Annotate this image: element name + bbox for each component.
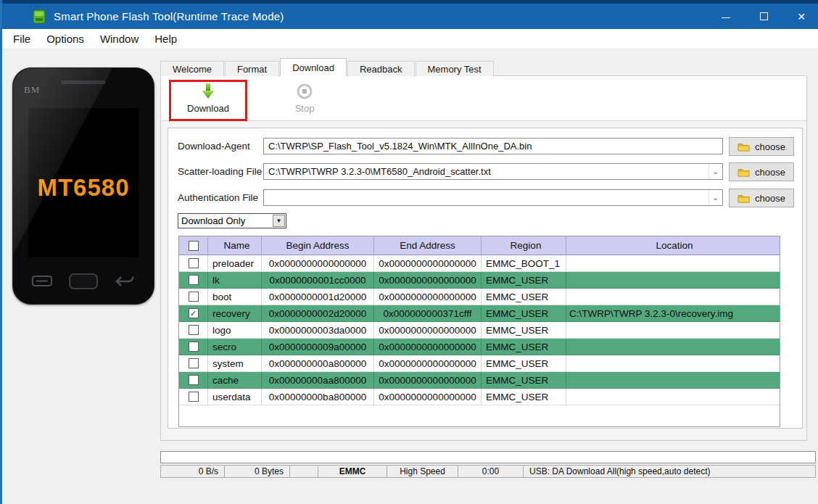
cell-end-address: 0x0000000000000000 xyxy=(374,289,482,305)
stop-button[interactable]: Stop xyxy=(268,82,341,114)
tab-memory-test[interactable]: Memory Test xyxy=(416,61,494,76)
row-checkbox[interactable] xyxy=(189,258,199,268)
menu-icon xyxy=(32,276,52,287)
dropdown-arrow-icon[interactable]: ▼ xyxy=(273,215,285,227)
partition-table-body: preloader0x00000000000000000x00000000000… xyxy=(179,255,780,405)
menu-item-help[interactable]: Help xyxy=(146,29,185,49)
cell-name: userdata xyxy=(208,389,262,405)
status-usb-speed: High Speed xyxy=(387,466,458,477)
download-agent-label: Download-Agent xyxy=(178,141,250,152)
cell-location: C:\TWRP\TWRP 3.2.3-0\recovery.img xyxy=(566,305,780,322)
cell-checkbox xyxy=(179,372,208,389)
chevron-down-icon[interactable]: ⌄ xyxy=(708,165,722,178)
row-checkbox[interactable]: ✓ xyxy=(189,308,199,318)
table-row-boot[interactable]: boot0x0000000001d200000x0000000000000000… xyxy=(179,289,780,305)
status-bar: 0 B/s 0 Bytes EMMC High Speed 0:00 USB: … xyxy=(160,465,816,478)
tab-welcome[interactable]: Welcome xyxy=(160,61,224,76)
table-row-cache[interactable]: cache0x00000000aa8000000x000000000000000… xyxy=(179,372,780,389)
download-mode-value: Download Only xyxy=(178,215,273,226)
row-checkbox[interactable] xyxy=(189,392,199,402)
select-all-checkbox[interactable] xyxy=(189,241,199,251)
column-header-location: Location xyxy=(566,236,780,255)
scatter-file-combobox[interactable]: ⌄ xyxy=(263,163,723,180)
status-empty xyxy=(290,466,318,477)
download-agent-input[interactable] xyxy=(263,138,723,154)
folder-icon xyxy=(738,194,750,203)
choose-download-agent-button[interactable]: choose xyxy=(729,137,794,156)
cell-name: cache xyxy=(208,372,262,389)
choose-button-label: choose xyxy=(755,167,785,178)
table-row-lk[interactable]: lk0x0000000001cc00000x0000000000000000EM… xyxy=(179,272,780,289)
cell-location xyxy=(566,272,780,289)
close-button[interactable]: ✕ xyxy=(782,4,818,29)
column-header-begin-address: Begin Address xyxy=(262,236,374,255)
cell-location xyxy=(566,322,780,339)
cell-checkbox xyxy=(179,255,208,272)
download-button[interactable]: Download xyxy=(172,82,244,114)
tab-download[interactable]: Download xyxy=(280,58,347,76)
row-checkbox[interactable] xyxy=(189,275,199,285)
scatter-file-input[interactable] xyxy=(263,163,723,180)
cell-region: EMMC_USER xyxy=(482,372,566,389)
tab-readback[interactable]: Readback xyxy=(347,61,415,76)
cell-location xyxy=(566,389,780,405)
row-checkbox[interactable] xyxy=(189,375,199,385)
row-checkbox[interactable] xyxy=(189,358,199,368)
status-bytes: 0 Bytes xyxy=(225,466,290,477)
cell-region: EMMC_BOOT_1 xyxy=(482,255,566,272)
menu-item-window[interactable]: Window xyxy=(92,29,146,49)
row-checkbox[interactable] xyxy=(189,325,199,335)
partition-table-header: NameBegin AddressEnd AddressRegionLocati… xyxy=(179,236,780,255)
column-header-end-address: End Address xyxy=(374,236,482,255)
back-icon xyxy=(115,275,135,288)
cell-begin-address: 0x00000000aa800000 xyxy=(262,372,374,389)
stop-button-label: Stop xyxy=(295,103,315,114)
cell-region: EMMC_USER xyxy=(482,389,566,405)
auth-file-input[interactable] xyxy=(263,189,723,206)
table-row-logo[interactable]: logo0x0000000003da00000x0000000000000000… xyxy=(179,322,780,339)
chevron-down-icon[interactable]: ⌄ xyxy=(708,191,722,205)
cell-region: EMMC_USER xyxy=(482,322,566,339)
cell-name: system xyxy=(208,355,262,372)
cell-begin-address: 0x0000000001d20000 xyxy=(262,289,374,305)
folder-icon xyxy=(738,168,750,177)
progress-bar xyxy=(160,451,816,463)
row-checkbox[interactable] xyxy=(189,342,199,352)
menu-item-options[interactable]: Options xyxy=(38,29,92,49)
status-speed: 0 B/s xyxy=(161,466,225,477)
download-settings-group: Download-Agent choose Scatter-loading Fi… xyxy=(168,128,803,429)
tab-format[interactable]: Format xyxy=(225,61,279,76)
auth-file-combobox[interactable]: ⌄ xyxy=(263,189,723,206)
row-checkbox[interactable] xyxy=(189,292,199,302)
cell-region: EMMC_USER xyxy=(482,289,566,305)
cell-begin-address: 0x0000000009a00000 xyxy=(262,339,374,355)
table-row-userdata[interactable]: userdata0x00000000ba8000000x000000000000… xyxy=(179,389,780,405)
choose-button-label: choose xyxy=(755,193,785,204)
cell-checkbox xyxy=(179,355,208,372)
phone-screen: MT6580 xyxy=(28,108,139,257)
table-row-recovery[interactable]: ✓recovery0x0000000002d200000x00000000037… xyxy=(179,305,780,322)
cell-location xyxy=(566,355,780,372)
choose-scatter-file-button[interactable]: choose xyxy=(729,162,794,181)
cell-end-address: 0x000000000371cfff xyxy=(374,305,482,322)
cell-begin-address: 0x0000000001cc0000 xyxy=(262,272,374,289)
cell-begin-address: 0x00000000ba800000 xyxy=(262,389,374,405)
cell-location xyxy=(566,289,780,305)
title-bar[interactable]: Smart Phone Flash Tool(Runtime Trace Mod… xyxy=(2,4,818,29)
minimize-button[interactable] xyxy=(707,4,745,29)
cell-location xyxy=(566,339,780,355)
cell-begin-address: 0x0000000000000000 xyxy=(262,255,374,272)
table-row-system[interactable]: system0x000000000a8000000x00000000000000… xyxy=(179,355,780,372)
stop-icon xyxy=(295,82,314,101)
download-button-label: Download xyxy=(187,103,229,114)
maximize-button[interactable] xyxy=(745,4,782,29)
table-row-preloader[interactable]: preloader0x00000000000000000x00000000000… xyxy=(179,255,780,272)
home-icon xyxy=(69,273,98,289)
table-row-secro[interactable]: secro0x0000000009a000000x000000000000000… xyxy=(179,339,780,355)
download-mode-dropdown[interactable]: Download Only ▼ xyxy=(178,213,286,228)
cell-end-address: 0x0000000000000000 xyxy=(374,322,482,339)
choose-auth-file-button[interactable]: choose xyxy=(729,189,794,207)
menu-item-file[interactable]: File xyxy=(5,29,38,49)
toolbar: Download Stop xyxy=(161,76,806,121)
column-header-name: Name xyxy=(208,236,262,255)
